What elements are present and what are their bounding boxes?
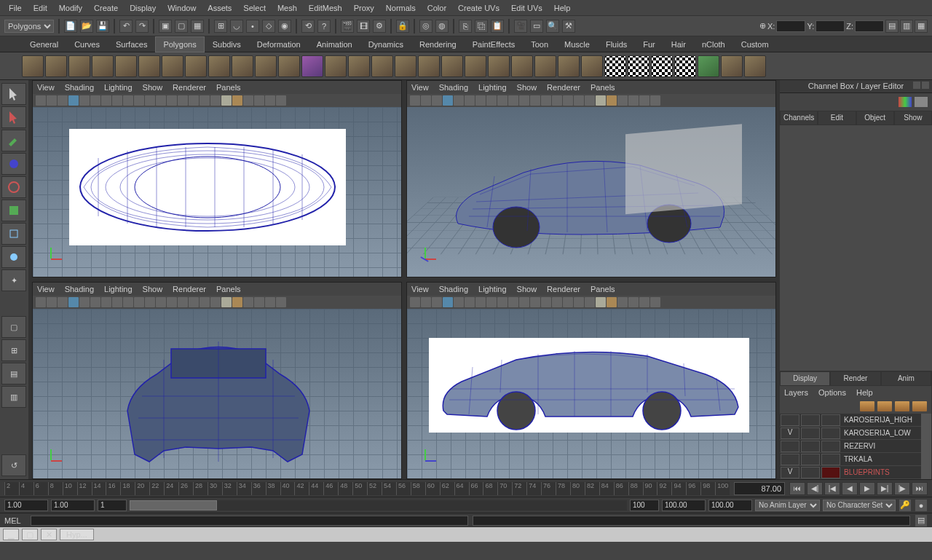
- anim-end-field[interactable]: [662, 500, 706, 511]
- vp-icon[interactable]: [497, 297, 508, 307]
- layer-row[interactable]: KAROSERIJA_HIGH: [780, 414, 921, 427]
- spherical-uv-icon[interactable]: [651, 55, 673, 77]
- character-set-select[interactable]: No Character Set: [823, 500, 896, 511]
- vp-filmgate-icon[interactable]: [112, 95, 122, 106]
- go-to-end-button[interactable]: ⏭: [912, 482, 928, 495]
- two-pane-stack-icon[interactable]: ▥: [1, 386, 26, 408]
- layers-menu[interactable]: Layers: [784, 388, 808, 397]
- last-tool-icon[interactable]: ↺: [1, 454, 26, 476]
- helix-icon[interactable]: [208, 55, 230, 77]
- uv-editor-icon[interactable]: [698, 55, 719, 77]
- smooth-icon[interactable]: [395, 55, 416, 77]
- layer-type-toggle[interactable]: [801, 454, 820, 465]
- extrude-icon[interactable]: [441, 55, 463, 77]
- coord-z-field[interactable]: [855, 20, 884, 32]
- layer-type-toggle[interactable]: [801, 467, 820, 478]
- vp-icon[interactable]: [508, 297, 518, 307]
- select-by-component-icon[interactable]: ▦: [191, 20, 204, 33]
- vp-icon[interactable]: [410, 95, 420, 106]
- menu-proxy[interactable]: Proxy: [348, 4, 380, 12]
- soft-mod-tool[interactable]: [1, 246, 26, 268]
- vp-icon[interactable]: [574, 297, 584, 307]
- vp-icon[interactable]: [465, 297, 475, 307]
- undo-icon[interactable]: ↶: [119, 20, 133, 33]
- triangulate-icon[interactable]: [744, 55, 766, 77]
- layer-vis-toggle[interactable]: V: [781, 427, 799, 439]
- vp-icon[interactable]: [90, 297, 100, 307]
- vp-icon[interactable]: [486, 297, 497, 307]
- vp-menu-shading[interactable]: Shading: [65, 285, 94, 293]
- vp-icon[interactable]: [443, 95, 453, 106]
- vp-icon[interactable]: [443, 297, 453, 307]
- taskbar-close-icon[interactable]: ✕: [41, 529, 57, 540]
- vp-menu-lighting[interactable]: Lighting: [478, 83, 507, 92]
- extract-icon[interactable]: [371, 55, 393, 77]
- lock-icon[interactable]: 🔒: [396, 20, 409, 33]
- vp-icon[interactable]: [607, 297, 617, 307]
- vp-isolate-icon[interactable]: [243, 95, 253, 106]
- vp-icon[interactable]: [79, 297, 90, 307]
- vp-icon[interactable]: [639, 95, 649, 106]
- xray-icon[interactable]: ◍: [435, 20, 449, 33]
- play-start-field[interactable]: [51, 500, 95, 511]
- vp-icon[interactable]: [486, 95, 497, 106]
- layer-color-swatch[interactable]: [821, 441, 840, 452]
- vp-icon[interactable]: [221, 297, 232, 307]
- menu-createuvs[interactable]: Create UVs: [452, 4, 505, 12]
- vp-select-camera-icon[interactable]: [36, 95, 46, 106]
- command-input[interactable]: [31, 516, 468, 526]
- sphere-icon[interactable]: [22, 55, 44, 77]
- vp-textured-icon[interactable]: [167, 95, 177, 106]
- vp-menu-view[interactable]: View: [37, 83, 55, 92]
- film-gate-icon[interactable]: 🎥: [514, 20, 527, 33]
- auto-uv-icon[interactable]: [674, 55, 696, 77]
- vp-lights-icon[interactable]: [178, 95, 188, 106]
- render-settings-icon[interactable]: ⚙: [373, 20, 386, 33]
- help-menu[interactable]: Help: [856, 388, 873, 397]
- play-back-button[interactable]: ◀: [842, 482, 858, 495]
- render-icon[interactable]: 🎬: [341, 20, 354, 33]
- append-icon[interactable]: [488, 55, 510, 77]
- snap-point-icon[interactable]: •: [246, 20, 259, 33]
- layer-vis-toggle[interactable]: V: [781, 467, 799, 478]
- vp-menu-renderer[interactable]: Renderer: [547, 83, 580, 92]
- vp-icon[interactable]: [552, 297, 562, 307]
- layer-color-swatch[interactable]: [821, 427, 840, 439]
- vp-icon[interactable]: [432, 95, 442, 106]
- vp-xray-icon[interactable]: [254, 95, 264, 106]
- layer-row[interactable]: VKAROSERIJA_LOW: [780, 427, 921, 440]
- vp-aa-icon[interactable]: [221, 95, 232, 106]
- vp-menu-lighting[interactable]: Lighting: [104, 285, 133, 293]
- vp-icon[interactable]: [421, 297, 431, 307]
- layer-up-icon[interactable]: [877, 401, 892, 411]
- vp-icon[interactable]: [519, 297, 529, 307]
- vp-menu-show[interactable]: Show: [143, 285, 163, 293]
- vp-xray-joints-icon[interactable]: [265, 95, 275, 106]
- attribute-editor-icon[interactable]: ▥: [900, 20, 913, 33]
- vp-icon[interactable]: [167, 297, 177, 307]
- vp-menu-view[interactable]: View: [411, 285, 429, 293]
- show-tab[interactable]: Show: [894, 111, 932, 125]
- universal-manip-tool[interactable]: [1, 223, 26, 245]
- scale-tool[interactable]: [1, 200, 26, 221]
- range-slider-thumb[interactable]: [130, 500, 217, 510]
- vp-icon[interactable]: [156, 297, 166, 307]
- vp-icon[interactable]: [421, 95, 431, 106]
- construction-history-icon[interactable]: ⎘: [459, 20, 472, 33]
- vp-icon[interactable]: [36, 297, 46, 307]
- menu-help[interactable]: Help: [548, 4, 577, 12]
- anim-layer-tab[interactable]: Anim: [881, 371, 931, 386]
- anim-end-field2[interactable]: [708, 500, 752, 511]
- display-layer-tab[interactable]: Display: [780, 371, 830, 386]
- menu-file[interactable]: File: [3, 4, 28, 12]
- pipe-icon[interactable]: [185, 55, 207, 77]
- shelf-tab-dynamics[interactable]: Dynamics: [360, 36, 411, 52]
- bevel-icon[interactable]: [511, 55, 533, 77]
- vp-icon[interactable]: [519, 95, 529, 106]
- vp-icon[interactable]: [530, 95, 540, 106]
- snap-live-icon[interactable]: ◉: [278, 20, 291, 33]
- vp-icon[interactable]: [585, 95, 595, 106]
- vp-menu-panels[interactable]: Panels: [216, 83, 241, 92]
- layer-row[interactable]: REZERVI: [780, 440, 921, 453]
- select-by-object-icon[interactable]: ▢: [175, 20, 188, 33]
